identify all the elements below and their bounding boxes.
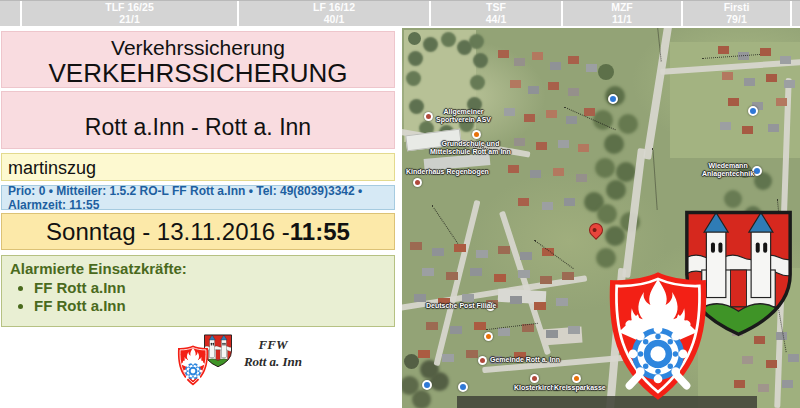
status-bar-spacer (792, 1, 800, 26)
alarm-time: 11:55 (290, 218, 350, 246)
alarm-location: Rott a.Inn - Rott a. Inn (85, 114, 311, 141)
poi-shop-icon (484, 332, 493, 341)
force-item: FF Rott a.Inn (34, 279, 386, 296)
map-trees (598, 64, 614, 80)
map-road (643, 28, 673, 160)
map-houses (410, 242, 422, 250)
poi-label-gemeinde: Gemeinde Rott a. Inn (490, 356, 560, 364)
map-trees (404, 354, 419, 369)
ffw-emblem-icon (176, 344, 210, 387)
map-houses (498, 50, 509, 58)
force-item: FF Rott a.Inn (34, 297, 386, 314)
vehicle-cell-firsti: Firsti 79/1 (683, 1, 790, 26)
poi-townhall-icon (478, 356, 487, 365)
poi-lodging-icon (458, 382, 468, 392)
satellite-map[interactable]: AllgemeinerSportverein ASV Grundschule u… (402, 28, 800, 408)
vehicle-status: 40/1 (239, 14, 429, 26)
vehicle-status: 21/1 (22, 14, 237, 26)
vehicle-cell-tsf: TSF 44/1 (431, 1, 561, 26)
poi-label-schule: Grundschule undMittelschule Rott am Inn (430, 140, 511, 156)
street-label-mark (432, 205, 459, 244)
vehicle-status: 11/1 (563, 14, 681, 26)
poi-kindergarten-icon (413, 178, 422, 187)
poi-lodging-icon (608, 94, 618, 104)
street-label-mark (652, 148, 657, 210)
poi-lodging-icon (422, 380, 432, 390)
vehicle-name: TSF (431, 2, 561, 14)
alarm-keyword-box: Verkehrssicherung VERKEHRSSICHERUNG (1, 31, 395, 88)
vehicle-name: LF 16/12 (239, 2, 429, 14)
poi-church-icon (530, 374, 539, 383)
vehicle-name: Firsti (683, 2, 790, 14)
poi-label-post: Deutsche Post Filiale (426, 302, 496, 310)
alarm-date-box: Sonntag - 13.11.2016 - 11:55 (1, 213, 395, 250)
alarm-monitor: TLF 16/25 21/1 LF 16/12 40/1 TSF 44/1 MZ… (0, 0, 800, 408)
poi-label-kinderhaus: Kinderhaus Regenbogen (406, 168, 489, 176)
alarm-note-box: martinszug (1, 153, 395, 181)
alarm-date: Sonntag - 13.11.2016 - (46, 218, 290, 246)
alarmed-forces-list: FF Rott a.Inn FF Rott a.Inn (34, 279, 386, 314)
alarm-keyword-upper: VERKEHRSSICHERUNG (2, 60, 394, 87)
map-road (434, 200, 481, 366)
poi-label-sparkasse: Kreissparkasse (554, 384, 606, 392)
vehicle-cell-lf: LF 16/12 40/1 (239, 1, 429, 26)
map-trees (408, 32, 421, 45)
map-pin-icon (586, 220, 606, 240)
map-building (498, 289, 547, 304)
poi-sport-icon (424, 112, 433, 121)
vehicle-name: TLF 16/25 (22, 2, 237, 14)
poi-school-icon (472, 130, 481, 139)
ffw-logo-line1: FFW (234, 336, 312, 353)
alarm-keyword: Verkehrssicherung (2, 36, 394, 60)
status-bar-spacer (0, 1, 20, 26)
alarm-details-box: Prio: 0 • Mitteiler: 1.5.2 RO-L FF Rott … (1, 185, 395, 210)
poi-bank-icon (572, 374, 581, 383)
street-label-mark (534, 240, 573, 269)
map-road (622, 148, 646, 278)
vehicle-cell-mzf: MZF 11/1 (563, 1, 681, 26)
alarm-note: martinszug (8, 158, 96, 178)
vehicle-status: 44/1 (431, 14, 561, 26)
alarmed-forces-box: Alarmierte Einsatzkräfte: FF Rott a.Inn … (1, 255, 395, 327)
map-building (541, 327, 582, 346)
poi-lodging-icon (748, 106, 758, 116)
street-label-mark (564, 107, 616, 131)
vehicle-status: 79/1 (683, 14, 790, 26)
feuerwehr-emblem (603, 268, 713, 404)
alarmed-forces-title: Alarmierte Einsatzkräfte: (10, 260, 386, 277)
map-field (404, 30, 476, 142)
alarm-location-box: Rott a.Inn - Rott a. Inn (1, 91, 395, 149)
poi-label-kloster: Klosterkirche (514, 384, 559, 392)
street-label-mark (486, 323, 538, 330)
ffw-logo-line2: Rott a. Inn (234, 353, 312, 370)
poi-label-sportverein: AllgemeinerSportverein ASV (436, 108, 491, 124)
ffw-logo: FFW Rott a. Inn (170, 328, 320, 398)
poi-label-wiedemann: WiedemannAnlagentechnik (702, 162, 754, 178)
map-field (670, 42, 800, 158)
alarm-details: Prio: 0 • Mitteiler: 1.5.2 RO-L FF Rott … (8, 184, 394, 212)
vehicle-name: MZF (563, 2, 681, 14)
map-houses (718, 46, 729, 54)
vehicle-status-bar: TLF 16/25 21/1 LF 16/12 40/1 TSF 44/1 MZ… (0, 0, 800, 26)
vehicle-cell-tlf: TLF 16/25 21/1 (22, 1, 237, 26)
